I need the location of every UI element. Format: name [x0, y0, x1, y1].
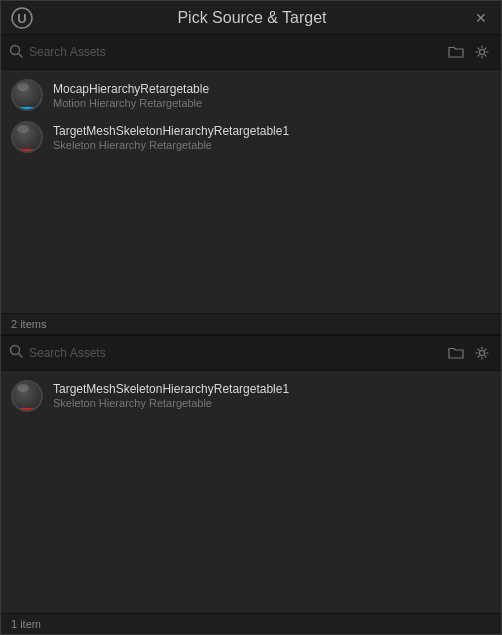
bottom-search-actions — [445, 342, 493, 364]
top-list-item[interactable]: TargetMeshSkeletonHierarchyRetargetable1… — [1, 116, 501, 158]
top-search-actions — [445, 41, 493, 63]
top-panel-status: 2 items — [1, 313, 501, 334]
svg-point-7 — [480, 350, 485, 355]
top-item-2-info: TargetMeshSkeletonHierarchyRetargetable1… — [53, 124, 289, 151]
svg-point-4 — [480, 50, 485, 55]
svg-line-3 — [19, 53, 23, 57]
top-folder-button[interactable] — [445, 41, 467, 63]
svg-text:U: U — [17, 10, 26, 25]
bottom-item-1-name: TargetMeshSkeletonHierarchyRetargetable1 — [53, 382, 289, 396]
top-search-input[interactable] — [29, 45, 439, 59]
top-panel: MocapHierarchyRetargetable Motion Hierar… — [1, 35, 501, 336]
top-asset-list: MocapHierarchyRetargetable Motion Hierar… — [1, 70, 501, 313]
top-item-1-name: MocapHierarchyRetargetable — [53, 82, 209, 96]
ue-logo: U — [11, 7, 33, 29]
top-item-1-info: MocapHierarchyRetargetable Motion Hierar… — [53, 82, 209, 109]
bottom-asset-list: TargetMeshSkeletonHierarchyRetargetable1… — [1, 371, 501, 614]
top-item-1-icon — [11, 79, 43, 111]
bottom-folder-button[interactable] — [445, 342, 467, 364]
bottom-search-bar — [1, 336, 501, 371]
top-item-1-type: Motion Hierarchy Retargetable — [53, 97, 209, 109]
title-bar-left: U — [11, 7, 33, 29]
top-search-bar — [1, 35, 501, 70]
svg-line-6 — [19, 354, 23, 358]
title-bar-center: Pick Source & Target — [33, 9, 471, 27]
top-settings-button[interactable] — [471, 41, 493, 63]
bottom-search-input[interactable] — [29, 346, 439, 360]
main-window: U Pick Source & Target ✕ — [0, 0, 502, 635]
title-bar: U Pick Source & Target ✕ — [1, 1, 501, 35]
bottom-search-icon — [9, 344, 23, 361]
window-title: Pick Source & Target — [177, 9, 326, 26]
bottom-settings-button[interactable] — [471, 342, 493, 364]
top-item-2-name: TargetMeshSkeletonHierarchyRetargetable1 — [53, 124, 289, 138]
bottom-item-1-type: Skeleton Hierarchy Retargetable — [53, 397, 289, 409]
bottom-list-item[interactable]: TargetMeshSkeletonHierarchyRetargetable1… — [1, 375, 501, 417]
top-item-2-type: Skeleton Hierarchy Retargetable — [53, 139, 289, 151]
close-button[interactable]: ✕ — [471, 8, 491, 28]
top-list-item[interactable]: MocapHierarchyRetargetable Motion Hierar… — [1, 74, 501, 116]
top-item-2-icon — [11, 121, 43, 153]
bottom-item-1-info: TargetMeshSkeletonHierarchyRetargetable1… — [53, 382, 289, 409]
bottom-panel: TargetMeshSkeletonHierarchyRetargetable1… — [1, 336, 501, 635]
bottom-panel-status: 1 item — [1, 613, 501, 634]
top-search-icon — [9, 44, 23, 61]
bottom-item-1-icon — [11, 380, 43, 412]
